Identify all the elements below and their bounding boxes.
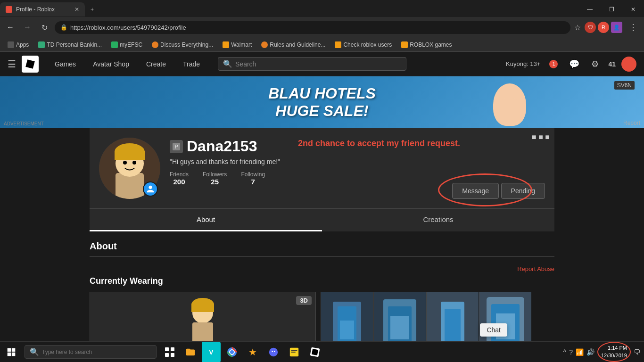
date-display: 12/30/2019 xyxy=(601,352,627,359)
bookmark-rules[interactable]: Rules and Guideline... xyxy=(257,41,329,49)
ad-report-button[interactable]: Report xyxy=(623,120,640,126)
search-input[interactable] xyxy=(235,60,401,68)
ad-line2: HUGE SALE! xyxy=(268,102,376,120)
bookmark-discuss[interactable]: Discuss Everything... xyxy=(148,41,217,49)
refresh-button[interactable]: ↻ xyxy=(38,21,51,34)
bookmark-star-icon[interactable]: ☆ xyxy=(574,23,581,32)
taskbar: 🔍 V xyxy=(0,341,644,362)
clock-display[interactable]: 1:14 PM 12/30/2019 xyxy=(597,342,631,362)
svg-rect-5 xyxy=(115,151,145,160)
ext-roblox-icon[interactable]: R xyxy=(598,22,609,33)
tab-about[interactable]: About xyxy=(90,209,322,231)
bookmark-check-roblox[interactable]: Check roblox users xyxy=(331,41,396,49)
hamburger-menu-button[interactable]: ☰ xyxy=(8,58,16,70)
friend-status-icon xyxy=(143,181,158,197)
settings-icon[interactable]: ⚙ xyxy=(587,57,603,72)
3d-badge: 3D xyxy=(296,296,312,305)
report-abuse-button[interactable]: Report Abuse xyxy=(90,262,554,276)
profile-tabs: About Creations xyxy=(90,208,554,231)
search-bar[interactable]: 🔍 xyxy=(218,57,406,71)
network-icon[interactable]: 📶 xyxy=(576,348,584,356)
profile-options-button[interactable]: ■ ■ ■ xyxy=(532,133,550,141)
browser-menu-button[interactable]: ⋮ xyxy=(626,22,640,33)
ext-avatar-icon[interactable]: 👤 xyxy=(611,22,622,33)
user-avatar[interactable] xyxy=(621,57,636,72)
svg-rect-32 xyxy=(8,352,11,356)
profile-bio: "Hi guys and thanks for friending me!" xyxy=(170,158,545,165)
username-display: Kuyong: 13+ xyxy=(506,60,540,67)
pending-group: Message Pending xyxy=(452,183,545,199)
star-icon: ★ xyxy=(248,346,257,358)
back-button[interactable]: ← xyxy=(4,21,17,34)
bookmark-myefsc[interactable]: myEFSC xyxy=(107,41,146,49)
roblox-games-favicon xyxy=(401,41,408,48)
discuss-favicon xyxy=(152,41,158,48)
task-view-icon[interactable] xyxy=(160,342,179,362)
bookmarks-icon[interactable]: ★ xyxy=(243,342,262,362)
tab-favicon xyxy=(6,6,12,13)
close-button[interactable]: ✕ xyxy=(622,1,644,18)
svg-text:P: P xyxy=(175,144,178,149)
ad-label: ADVERTISEMENT xyxy=(4,121,44,126)
svg-rect-36 xyxy=(165,353,169,357)
discord-icon[interactable] xyxy=(264,342,283,362)
message-button[interactable]: Message xyxy=(452,183,499,199)
avatar-wrapper xyxy=(99,138,160,199)
td-favicon xyxy=(38,41,45,48)
system-tray-icons: ^ ? 📶 🔊 xyxy=(563,348,594,356)
bookmark-roblox-games[interactable]: ROBLOX games xyxy=(397,41,455,49)
trade-nav-link[interactable]: Trade xyxy=(174,52,208,76)
forward-button[interactable]: → xyxy=(21,21,34,34)
bookmark-rules-label: Rules and Guideline... xyxy=(270,41,325,48)
minimize-button[interactable]: — xyxy=(579,1,601,18)
speaker-icon[interactable]: 🔊 xyxy=(586,348,594,356)
games-nav-link[interactable]: Games xyxy=(46,52,84,76)
ad-logo: SV6N xyxy=(614,81,635,90)
bookmark-td-label: TD Personal Bankin... xyxy=(47,41,102,48)
new-tab-icon: + xyxy=(91,6,94,13)
address-bar: ← → ↻ 🔒 https://roblox.com/users/5497902… xyxy=(0,17,644,38)
ext-shield-icon[interactable]: 🛡 xyxy=(585,22,596,33)
roblox-logo[interactable] xyxy=(22,56,39,73)
create-nav-link[interactable]: Create xyxy=(138,52,174,76)
notifications-taskbar-icon[interactable]: 🗨 xyxy=(634,348,640,356)
new-tab-button[interactable]: + xyxy=(85,2,104,16)
svg-point-6 xyxy=(123,161,127,165)
bookmark-td[interactable]: TD Personal Bankin... xyxy=(34,41,106,49)
avatar-shop-nav-link[interactable]: Avatar Shop xyxy=(84,52,138,76)
svg-point-41 xyxy=(269,347,278,356)
premium-badge-svg: P xyxy=(172,142,181,151)
time-display: 1:14 PM xyxy=(601,345,627,352)
tab-close-button[interactable]: ✕ xyxy=(74,6,79,13)
file-explorer-icon[interactable] xyxy=(181,342,200,362)
bookmark-walmart[interactable]: Walmart xyxy=(219,41,256,49)
chrome-svg xyxy=(227,347,237,357)
taskbar-search-icon: 🔍 xyxy=(30,347,39,356)
url-bar[interactable]: 🔒 https://roblox.com/users/549790242/pro… xyxy=(55,21,570,34)
chat-nav-icon[interactable]: 💬 xyxy=(567,57,582,72)
bookmark-apps[interactable]: Apps xyxy=(4,41,33,49)
tab-bar: Profile - Roblox ✕ + — ❐ ✕ xyxy=(0,0,644,17)
extension-icons: 🛡 R 👤 xyxy=(585,22,622,33)
robux-count: 41 xyxy=(608,60,616,68)
maximize-button[interactable]: ❐ xyxy=(601,1,622,18)
pending-button[interactable]: Pending xyxy=(501,183,545,199)
start-button[interactable] xyxy=(0,342,23,362)
help-icon[interactable]: ? xyxy=(569,348,573,356)
svg-point-40 xyxy=(230,350,234,354)
stat-following: Following 7 xyxy=(241,171,265,186)
notifications-icon[interactable]: 1 xyxy=(546,57,561,72)
taskbar-search-input[interactable] xyxy=(42,349,151,355)
chat-tooltip: Chat xyxy=(480,323,507,337)
task-view-svg xyxy=(165,347,175,357)
notification-badge: 1 xyxy=(549,60,558,68)
tab-creations[interactable]: Creations xyxy=(322,209,554,231)
system-tray-arrow[interactable]: ^ xyxy=(563,348,567,356)
svg-rect-25 xyxy=(445,309,461,342)
sticky-notes-icon[interactable] xyxy=(285,342,304,362)
chrome-icon[interactable] xyxy=(223,342,241,362)
roblox-taskbar-icon[interactable] xyxy=(305,342,324,362)
active-tab[interactable]: Profile - Roblox ✕ xyxy=(0,2,85,16)
taskbar-search[interactable]: 🔍 xyxy=(25,345,157,359)
canva-icon[interactable]: V xyxy=(202,342,221,362)
